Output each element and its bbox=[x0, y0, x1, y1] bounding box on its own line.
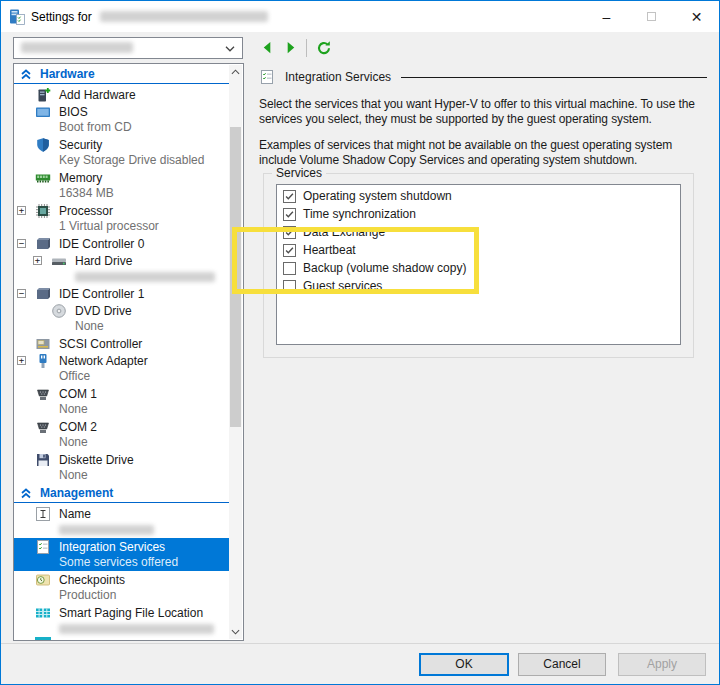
ide-controller-icon bbox=[35, 286, 51, 302]
hard-drive-icon bbox=[51, 253, 67, 269]
memory-icon bbox=[35, 170, 51, 186]
com-port-icon bbox=[35, 419, 51, 435]
header-rule bbox=[401, 77, 707, 78]
redacted-text bbox=[59, 525, 154, 535]
sidebar-item-ide-controller-1[interactable]: − IDE Controller 1 bbox=[14, 285, 229, 302]
sidebar-item-com2[interactable]: COM 2 bbox=[14, 418, 229, 435]
processor-icon bbox=[35, 203, 51, 219]
service-row-backup[interactable]: Backup (volume shadow copy) bbox=[277, 259, 680, 277]
sidebar-item-processor[interactable]: + Processor bbox=[14, 202, 229, 219]
redacted-text bbox=[75, 272, 215, 282]
sidebar-item-add-hardware[interactable]: Add Hardware bbox=[14, 86, 229, 103]
sidebar-section-hardware[interactable]: Hardware bbox=[14, 65, 229, 84]
sidebar-item-integration-services[interactable]: Integration Services Some services offer… bbox=[14, 538, 229, 571]
cancel-button[interactable]: Cancel bbox=[518, 653, 606, 676]
chevron-down-icon bbox=[225, 46, 235, 52]
expand-plus-icon[interactable]: + bbox=[17, 206, 26, 215]
diskette-icon bbox=[35, 452, 51, 468]
expand-minus-icon[interactable]: − bbox=[17, 289, 26, 298]
maximize-button bbox=[629, 1, 674, 32]
apply-button: Apply bbox=[618, 653, 706, 676]
checkbox-icon[interactable] bbox=[283, 280, 296, 293]
service-row-time-sync[interactable]: Time synchronization bbox=[277, 205, 680, 223]
collapse-chevron-icon[interactable] bbox=[20, 68, 32, 80]
checkbox-icon[interactable] bbox=[283, 226, 296, 239]
redacted-text bbox=[59, 624, 214, 634]
sidebar-item-subtitle: Key Storage Drive disabled bbox=[14, 153, 229, 169]
ok-button[interactable]: OK bbox=[419, 653, 509, 676]
redacted-vm-name bbox=[21, 42, 133, 53]
sidebar-item-subtitle: Office bbox=[14, 369, 229, 385]
sidebar-item-dvd-drive[interactable]: DVD Drive bbox=[14, 302, 229, 319]
sidebar-item-ide-controller-0[interactable]: − IDE Controller 0 bbox=[14, 235, 229, 252]
add-hardware-icon bbox=[35, 87, 51, 103]
services-groupbox: Services Operating system shutdown Time … bbox=[263, 173, 694, 358]
sidebar-item-security[interactable]: Security bbox=[14, 136, 229, 153]
sidebar-item-smart-paging[interactable]: Smart Paging File Location bbox=[14, 604, 229, 621]
navigate-forward-button[interactable] bbox=[279, 37, 301, 59]
sidebar-item-network-adapter[interactable]: + Network Adapter bbox=[14, 352, 229, 369]
com-port-icon bbox=[35, 386, 51, 402]
navigate-back-button[interactable] bbox=[256, 37, 278, 59]
sidebar-item-subtitle: None bbox=[14, 468, 229, 484]
sidebar-item-diskette-drive[interactable]: Diskette Drive bbox=[14, 451, 229, 468]
section-title: Management bbox=[40, 486, 113, 500]
smart-paging-icon bbox=[35, 605, 51, 621]
expand-plus-icon[interactable]: + bbox=[33, 256, 42, 265]
maximize-icon bbox=[647, 12, 656, 21]
panel-description-1: Select the services that you want Hyper-… bbox=[259, 97, 699, 127]
partial-icon bbox=[35, 637, 51, 641]
checkbox-icon[interactable] bbox=[283, 244, 296, 257]
scroll-down-icon[interactable] bbox=[229, 625, 242, 639]
bios-icon bbox=[35, 104, 51, 120]
service-row-guest-services[interactable]: Guest services bbox=[277, 277, 680, 295]
sidebar-item-partial bbox=[14, 637, 229, 641]
expand-plus-icon[interactable]: + bbox=[17, 356, 26, 365]
sidebar-scrollbar[interactable] bbox=[229, 65, 242, 639]
section-title: Hardware bbox=[40, 67, 95, 81]
service-row-data-exchange[interactable]: Data Exchange bbox=[277, 223, 680, 241]
groupbox-label: Services bbox=[272, 166, 326, 180]
sidebar-item-com1[interactable]: COM 1 bbox=[14, 385, 229, 402]
footer-divider bbox=[1, 643, 719, 644]
collapse-chevron-icon[interactable] bbox=[20, 487, 32, 499]
sidebar-item-subtitle bbox=[14, 621, 229, 637]
sidebar-item-subtitle: Production bbox=[14, 588, 229, 604]
sidebar-item-bios[interactable]: BIOS bbox=[14, 103, 229, 120]
integration-services-panel: Integration Services Select the services… bbox=[251, 63, 709, 641]
sidebar-item-scsi-controller[interactable]: SCSI Controller bbox=[14, 335, 229, 352]
network-adapter-icon bbox=[35, 353, 51, 369]
sidebar-item-subtitle: 1 Virtual processor bbox=[14, 219, 229, 235]
service-row-os-shutdown[interactable]: Operating system shutdown bbox=[277, 187, 680, 205]
sidebar-item-hard-drive[interactable]: + Hard Drive bbox=[14, 252, 229, 269]
sidebar-item-subtitle: None bbox=[14, 435, 229, 451]
ide-controller-icon bbox=[35, 236, 51, 252]
dvd-disc-icon bbox=[51, 303, 67, 319]
sidebar-item-checkpoints[interactable]: Checkpoints bbox=[14, 571, 229, 588]
shield-icon bbox=[35, 137, 51, 153]
service-row-heartbeat[interactable]: Heartbeat bbox=[277, 241, 680, 259]
sidebar-item-memory[interactable]: Memory bbox=[14, 169, 229, 186]
titlebar[interactable]: Settings for – ✕ bbox=[1, 1, 719, 32]
toolbar bbox=[1, 32, 719, 63]
checkbox-icon[interactable] bbox=[283, 208, 296, 221]
services-list[interactable]: Operating system shutdown Time synchroni… bbox=[276, 184, 681, 345]
checkbox-icon[interactable] bbox=[283, 190, 296, 203]
close-button[interactable]: ✕ bbox=[674, 1, 719, 32]
checkbox-icon[interactable] bbox=[283, 262, 296, 275]
expand-minus-icon[interactable]: − bbox=[17, 239, 26, 248]
refresh-button[interactable] bbox=[313, 37, 335, 59]
vm-selector-dropdown[interactable] bbox=[13, 37, 243, 59]
minimize-button[interactable]: – bbox=[584, 1, 629, 32]
scroll-up-icon[interactable] bbox=[229, 65, 242, 79]
scsi-controller-icon bbox=[35, 336, 51, 352]
sidebar-item-subtitle bbox=[14, 522, 229, 538]
panel-header: Integration Services bbox=[251, 63, 709, 87]
sidebar-item-subtitle: None bbox=[14, 402, 229, 418]
window-title: Settings for bbox=[31, 10, 92, 24]
sidebar-section-management[interactable]: Management bbox=[14, 484, 229, 503]
integration-services-icon bbox=[35, 539, 51, 555]
toolbar-separator bbox=[306, 39, 307, 57]
scrollbar-thumb[interactable] bbox=[230, 127, 241, 427]
sidebar-item-name[interactable]: Name bbox=[14, 505, 229, 522]
